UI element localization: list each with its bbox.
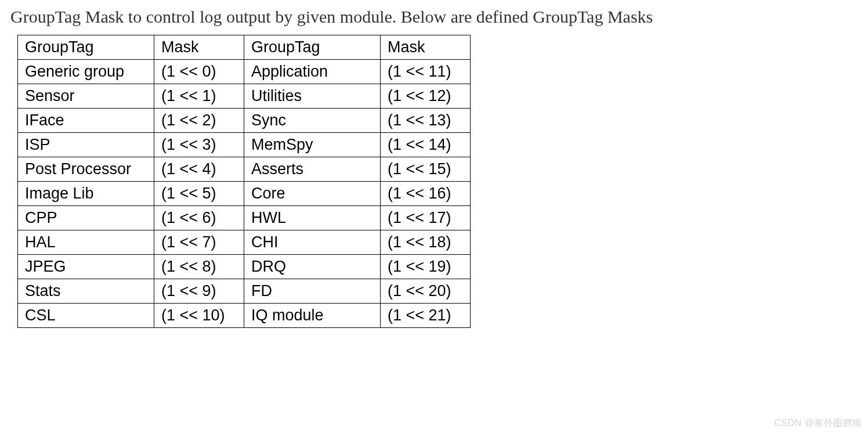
grouptag-mask-table: GroupTag Mask GroupTag Mask Generic grou…: [17, 35, 471, 328]
cell-grouptag: Asserts: [244, 157, 381, 182]
cell-grouptag: Stats: [18, 279, 154, 304]
cell-grouptag: Post Processor: [18, 157, 154, 182]
header-cell: GroupTag: [244, 35, 381, 60]
cell-grouptag: CSL: [18, 304, 154, 328]
cell-mask: (1 << 7): [154, 230, 244, 255]
table-row: JPEG (1 << 8) DRQ (1 << 19): [18, 255, 471, 279]
cell-grouptag: IFace: [18, 109, 154, 133]
cell-grouptag: Image Lib: [18, 182, 154, 206]
table-row: IFace (1 << 2) Sync (1 << 13): [18, 109, 471, 133]
watermark-text: CSDN @塞外图腾狼: [774, 417, 862, 430]
cell-grouptag: Sync: [244, 109, 381, 133]
cell-grouptag: HWL: [244, 206, 381, 230]
table-row: Sensor (1 << 1) Utilities (1 << 12): [18, 84, 471, 109]
table-row: CPP (1 << 6) HWL (1 << 17): [18, 206, 471, 230]
cell-mask: (1 << 1): [154, 84, 244, 109]
cell-grouptag: MemSpy: [244, 133, 381, 157]
cell-grouptag: IQ module: [244, 304, 381, 328]
cell-grouptag: CPP: [18, 206, 154, 230]
cell-mask: (1 << 0): [154, 60, 244, 84]
table-row: CSL (1 << 10) IQ module (1 << 21): [18, 304, 471, 328]
cell-mask: (1 << 10): [154, 304, 244, 328]
cell-grouptag: DRQ: [244, 255, 381, 279]
table-row: Post Processor (1 << 4) Asserts (1 << 15…: [18, 157, 471, 182]
cell-mask: (1 << 16): [381, 182, 471, 206]
cell-grouptag: Sensor: [18, 84, 154, 109]
cell-grouptag: Generic group: [18, 60, 154, 84]
cell-mask: (1 << 4): [154, 157, 244, 182]
cell-grouptag: Application: [244, 60, 381, 84]
header-cell: Mask: [381, 35, 471, 60]
cell-mask: (1 << 3): [154, 133, 244, 157]
table-row: ISP (1 << 3) MemSpy (1 << 14): [18, 133, 471, 157]
cell-mask: (1 << 17): [381, 206, 471, 230]
cell-grouptag: Utilities: [244, 84, 381, 109]
cell-mask: (1 << 9): [154, 279, 244, 304]
table-header-row: GroupTag Mask GroupTag Mask: [18, 35, 471, 60]
cell-grouptag: JPEG: [18, 255, 154, 279]
cell-mask: (1 << 14): [381, 133, 471, 157]
cell-grouptag: ISP: [18, 133, 154, 157]
cell-mask: (1 << 8): [154, 255, 244, 279]
cell-grouptag: Core: [244, 182, 381, 206]
cell-grouptag: FD: [244, 279, 381, 304]
cell-grouptag: CHI: [244, 230, 381, 255]
intro-text: GroupTag Mask to control log output by g…: [10, 7, 858, 27]
cell-mask: (1 << 19): [381, 255, 471, 279]
cell-mask: (1 << 21): [381, 304, 471, 328]
cell-mask: (1 << 5): [154, 182, 244, 206]
table-row: Image Lib (1 << 5) Core (1 << 16): [18, 182, 471, 206]
cell-mask: (1 << 20): [381, 279, 471, 304]
table-row: Generic group (1 << 0) Application (1 <<…: [18, 60, 471, 84]
cell-mask: (1 << 2): [154, 109, 244, 133]
cell-mask: (1 << 15): [381, 157, 471, 182]
cell-mask: (1 << 6): [154, 206, 244, 230]
cell-mask: (1 << 18): [381, 230, 471, 255]
table-row: HAL (1 << 7) CHI (1 << 18): [18, 230, 471, 255]
cell-grouptag: HAL: [18, 230, 154, 255]
cell-mask: (1 << 11): [381, 60, 471, 84]
table-row: Stats (1 << 9) FD (1 << 20): [18, 279, 471, 304]
header-cell: Mask: [154, 35, 244, 60]
cell-mask: (1 << 13): [381, 109, 471, 133]
cell-mask: (1 << 12): [381, 84, 471, 109]
header-cell: GroupTag: [18, 35, 154, 60]
